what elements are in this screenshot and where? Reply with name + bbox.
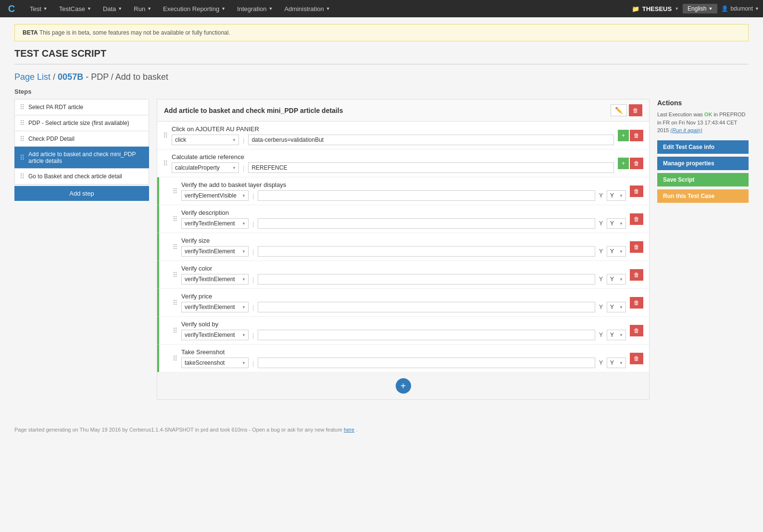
footer-link[interactable]: here bbox=[344, 427, 354, 433]
drag-icon: ⠿ bbox=[173, 243, 177, 251]
run-again-link[interactable]: (Run it again) bbox=[671, 127, 702, 133]
breadcrumb-separator: / bbox=[53, 72, 58, 82]
add-sub-action-button-0[interactable]: + bbox=[618, 130, 629, 141]
step-item-1[interactable]: ⠿ PDP - Select article size (first avail… bbox=[14, 115, 149, 131]
action-y-7: Y bbox=[599, 332, 603, 338]
y-select-7[interactable]: YN bbox=[607, 330, 626, 340]
save-script-button[interactable]: Save Script bbox=[657, 173, 749, 186]
action-row-5: ⠿ Verify color verifyTextInElement | bbox=[157, 261, 649, 289]
delete-row-button-7[interactable]: 🗑 bbox=[630, 325, 643, 336]
nav-data[interactable]: Data ▼ bbox=[98, 3, 127, 14]
row-buttons-8: 🗑 bbox=[630, 353, 643, 364]
action-value-6[interactable] bbox=[258, 302, 595, 312]
action-name-1: Calculate article reference bbox=[172, 153, 614, 161]
action-value-7[interactable] bbox=[258, 330, 595, 340]
y-select-4[interactable]: YN bbox=[607, 246, 626, 257]
action-y-2: Y bbox=[599, 192, 603, 199]
add-action-button[interactable]: + bbox=[396, 378, 411, 394]
y-select-2[interactable]: YN bbox=[607, 190, 626, 201]
add-step-button[interactable]: Add step bbox=[14, 186, 149, 201]
row-buttons-4: 🗑 bbox=[630, 241, 643, 253]
drag-icon: ⠿ bbox=[163, 160, 168, 167]
action-select-3[interactable]: verifyTextInElement bbox=[181, 218, 249, 229]
action-value-5[interactable] bbox=[258, 274, 595, 285]
step-item-2[interactable]: ⠿ Check PDP Detail bbox=[14, 131, 149, 147]
action-row-content-6: Verify price verifyTextInElement | Y bbox=[181, 293, 626, 312]
drag-icon: ⠿ bbox=[173, 187, 177, 195]
action-value-2[interactable] bbox=[258, 190, 595, 201]
action-select-1[interactable]: calculateProperty bbox=[172, 162, 239, 173]
footer: Page started generating on Thu May 19 20… bbox=[0, 422, 763, 437]
delete-row-button-4[interactable]: 🗑 bbox=[630, 241, 643, 253]
action-select-8[interactable]: takeScreenshot bbox=[181, 358, 249, 368]
project-name: THESEUS bbox=[642, 5, 672, 12]
delete-row-button-5[interactable]: 🗑 bbox=[630, 269, 643, 281]
action-select-5[interactable]: verifyTextInElement bbox=[181, 274, 249, 285]
nav-execution-reporting[interactable]: Execution Reporting ▼ bbox=[158, 3, 230, 14]
action-row-7: ⠿ Verify sold by verifyTextInElement | bbox=[157, 317, 649, 345]
drag-icon: ⠿ bbox=[163, 132, 168, 139]
nav-administration[interactable]: Administration ▼ bbox=[279, 3, 335, 14]
action-select-2[interactable]: verifyElementVisible bbox=[181, 190, 249, 201]
action-row-6: ⠿ Verify price verifyTextInElement | bbox=[157, 289, 649, 317]
step-item-4[interactable]: ⠿ Go to Basket and check article detail bbox=[14, 168, 149, 185]
drag-icon: ⠿ bbox=[173, 271, 177, 279]
delete-row-button-8[interactable]: 🗑 bbox=[630, 353, 643, 364]
action-block-header: Add article to basket and check mini_PDP… bbox=[157, 99, 649, 122]
y-select-wrapper-6: YN bbox=[607, 302, 626, 312]
fields-separator-2: | bbox=[252, 192, 254, 199]
row-buttons-7: 🗑 bbox=[630, 325, 643, 336]
y-select-5[interactable]: YN bbox=[607, 274, 626, 285]
y-select-8[interactable]: YN bbox=[607, 358, 626, 368]
user-caret-icon: ▼ bbox=[755, 6, 759, 11]
delete-row-button-0[interactable]: 🗑 bbox=[630, 130, 643, 141]
action-value-4[interactable] bbox=[258, 246, 595, 257]
nav-testcase[interactable]: TestCase ▼ bbox=[54, 3, 96, 14]
action-value-3[interactable] bbox=[258, 218, 595, 229]
action-select-wrapper-5: verifyTextInElement bbox=[181, 274, 249, 285]
beta-banner: BETA This page is in beta, some features… bbox=[14, 24, 749, 41]
user-menu-button[interactable]: 👤 bdumont ▼ bbox=[721, 5, 759, 12]
delete-action-button[interactable]: 🗑 bbox=[629, 104, 642, 116]
run-test-case-button[interactable]: Run this Test Case bbox=[657, 189, 749, 203]
language-button[interactable]: English ▼ bbox=[683, 4, 717, 13]
action-value-8[interactable] bbox=[258, 358, 595, 368]
delete-row-button-6[interactable]: 🗑 bbox=[630, 297, 643, 309]
project-selector[interactable]: 📁 THESEUS ▼ bbox=[632, 5, 679, 12]
action-value-0[interactable] bbox=[248, 135, 614, 145]
nav-run[interactable]: Run ▼ bbox=[129, 3, 156, 14]
delete-row-button-2[interactable]: 🗑 bbox=[630, 186, 643, 197]
step-item-3[interactable]: ⠿ Add article to basket and check mini_P… bbox=[14, 147, 149, 169]
y-select-3[interactable]: YN bbox=[607, 218, 626, 229]
action-select-7[interactable]: verifyTextInElement bbox=[181, 330, 249, 340]
add-sub-action-button-1[interactable]: + bbox=[618, 158, 629, 169]
fields-separator-6: | bbox=[252, 304, 254, 311]
nav-integration[interactable]: Integration ▼ bbox=[232, 3, 277, 14]
delete-row-button-1[interactable]: 🗑 bbox=[630, 158, 643, 169]
edit-action-button[interactable]: ✏️ bbox=[611, 104, 627, 116]
fields-separator-3: | bbox=[252, 220, 254, 227]
manage-properties-button[interactable]: Manage properties bbox=[657, 157, 749, 170]
action-select-wrapper-1: calculateProperty bbox=[172, 162, 239, 173]
nav-test[interactable]: Test ▼ bbox=[25, 3, 52, 14]
breadcrumb-page-list[interactable]: Page List bbox=[14, 72, 50, 82]
delete-row-button-3[interactable]: 🗑 bbox=[630, 213, 643, 225]
edit-test-case-button[interactable]: Edit Test Case info bbox=[657, 140, 749, 154]
y-select-6[interactable]: YN bbox=[607, 302, 626, 312]
action-y-8: Y bbox=[599, 359, 603, 366]
action-row-content-8: Take Sreenshot takeScreenshot | Y bbox=[181, 348, 626, 368]
step-item-0[interactable]: ⠿ Select PA RDT article bbox=[14, 99, 149, 115]
action-select-0[interactable]: click bbox=[172, 135, 239, 145]
action-fields-0: click | bbox=[172, 135, 614, 145]
nav-exec-caret: ▼ bbox=[221, 6, 225, 11]
y-select-wrapper-4: YN bbox=[607, 246, 626, 257]
action-select-6[interactable]: verifyTextInElement bbox=[181, 302, 249, 312]
drag-icon: ⠿ bbox=[173, 327, 177, 334]
action-value-1[interactable] bbox=[248, 162, 614, 173]
action-row-content-3: Verify description verifyTextInElement |… bbox=[181, 209, 626, 229]
nav-integration-caret: ▼ bbox=[269, 6, 273, 11]
action-y-4: Y bbox=[599, 248, 603, 255]
drag-icon: ⠿ bbox=[173, 215, 177, 223]
action-select-4[interactable]: verifyTextInElement bbox=[181, 246, 249, 257]
action-name-3: Verify description bbox=[181, 209, 626, 216]
